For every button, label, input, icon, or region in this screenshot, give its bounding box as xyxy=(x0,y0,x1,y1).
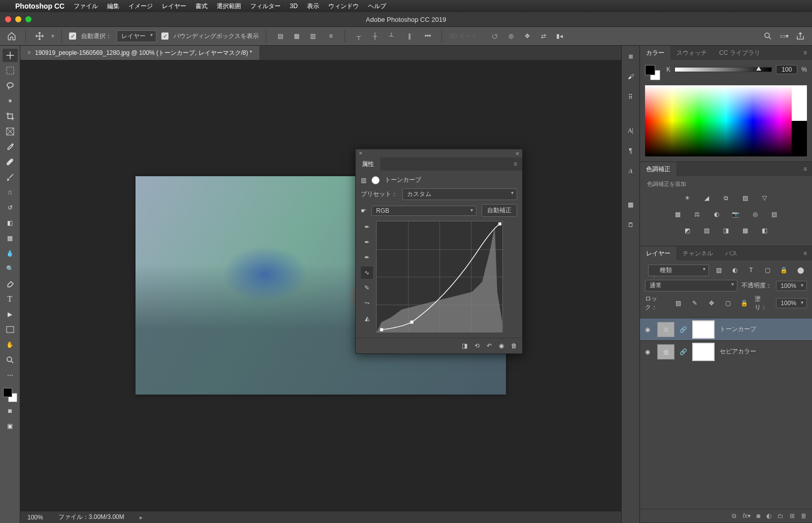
tab-adjustments[interactable]: 色調補正 xyxy=(640,162,676,176)
layer-name[interactable]: セピアカラー xyxy=(720,347,756,356)
healing-brush-tool[interactable]: 🩹 xyxy=(3,155,18,169)
info-panel-icon[interactable]: 🗒 xyxy=(623,218,638,232)
zoom-window-button[interactable] xyxy=(25,16,31,22)
hue-sat-icon[interactable]: ▦ xyxy=(673,209,683,219)
path-selection-tool[interactable]: ▶ xyxy=(3,308,18,321)
menu-edit[interactable]: 編集 xyxy=(107,2,119,11)
move-tool[interactable] xyxy=(3,49,18,62)
new-layer-icon[interactable]: ⊞ xyxy=(790,512,795,519)
smooth-icon[interactable]: ⤳ xyxy=(361,297,373,309)
eyedropper-white-icon[interactable]: ✒ xyxy=(361,251,373,264)
gradient-map-icon[interactable]: ▩ xyxy=(740,225,751,236)
adj-layer-thumb[interactable]: ⧉ xyxy=(657,322,674,337)
color-lookup-icon[interactable]: ▤ xyxy=(769,209,780,219)
workspace-icon[interactable]: ▭▾ xyxy=(777,29,791,43)
libraries-panel-icon[interactable]: ▦ xyxy=(623,198,638,211)
blur-tool[interactable]: 💧 xyxy=(3,247,18,260)
link-icon[interactable]: 🔗 xyxy=(680,348,687,355)
clone-stamp-tool[interactable]: ⎍ xyxy=(3,186,18,199)
menu-help[interactable]: ヘルプ xyxy=(368,2,386,11)
visibility-icon[interactable]: ◉ xyxy=(499,342,504,349)
panel-menu-icon[interactable]: ≡ xyxy=(798,49,812,56)
menu-type[interactable]: 書式 xyxy=(195,2,208,11)
history-brush-tool[interactable]: ↺ xyxy=(3,201,18,214)
fg-color-swatch[interactable] xyxy=(3,388,12,397)
eyedropper-black-icon[interactable]: ✒ xyxy=(361,221,373,233)
target-adjust-icon[interactable]: ☛ xyxy=(361,207,366,214)
vibrance-icon[interactable]: ▽ xyxy=(760,193,770,203)
share-icon[interactable] xyxy=(794,29,807,43)
eyedropper-gray-icon[interactable]: ✒ xyxy=(361,236,373,248)
close-window-button[interactable] xyxy=(5,16,11,22)
auto-button[interactable]: 自動補正 xyxy=(482,204,517,217)
k-slider[interactable] xyxy=(674,67,772,72)
color-swatches[interactable] xyxy=(3,388,17,402)
align-center-h-icon[interactable]: ▦ xyxy=(290,29,303,43)
more-options-icon[interactable]: ••• xyxy=(421,29,434,43)
threshold-icon[interactable]: ◨ xyxy=(721,225,731,236)
panel-menu-icon[interactable]: ≡ xyxy=(798,250,812,257)
rectangle-tool[interactable] xyxy=(3,323,18,336)
properties-tab[interactable]: 属性 xyxy=(356,157,380,171)
lock-all-icon[interactable]: 🔒 xyxy=(738,297,751,310)
bw-icon[interactable]: ◐ xyxy=(712,209,722,219)
paragraph-panel-icon[interactable]: ¶ xyxy=(623,144,638,157)
align-left-icon[interactable]: ▤ xyxy=(274,29,287,43)
show-bbox-checkbox[interactable]: ✓ xyxy=(161,32,168,40)
view-previous-icon[interactable]: ⟲ xyxy=(475,342,480,349)
character-panel-icon[interactable]: A xyxy=(623,165,638,178)
filter-pixel-icon[interactable]: ▧ xyxy=(712,264,725,277)
menu-image[interactable]: イメージ xyxy=(128,2,153,11)
lock-pixels-icon[interactable]: ▨ xyxy=(672,297,685,310)
brightness-icon[interactable]: ☀ xyxy=(683,193,693,203)
filter-toggle-icon[interactable]: ⬤ xyxy=(794,264,807,277)
lock-artboard-icon[interactable]: ▢ xyxy=(722,297,734,310)
magic-wand-tool[interactable]: ✶ xyxy=(3,94,18,108)
tab-cc-libraries[interactable]: CC ライブラリ xyxy=(713,46,766,60)
fg-color[interactable] xyxy=(645,65,655,75)
layer-fx-icon[interactable]: fx▾ xyxy=(742,512,750,519)
lock-move-icon[interactable]: ✥ xyxy=(705,297,718,310)
home-icon[interactable] xyxy=(5,29,18,43)
align-middle-icon[interactable]: ┼ xyxy=(368,29,382,43)
link-icon[interactable]: 🔗 xyxy=(680,326,687,333)
preset-dropdown[interactable]: カスタム xyxy=(402,188,517,200)
quick-mask-icon[interactable]: ◙ xyxy=(3,404,18,417)
levels-icon[interactable]: ◢ xyxy=(702,193,712,203)
zoom-level[interactable]: 100% xyxy=(27,514,43,521)
zoom-tool[interactable] xyxy=(3,353,18,367)
eyedropper-tool[interactable] xyxy=(3,140,18,153)
brushes-panel-icon[interactable]: 🖌 xyxy=(623,70,638,83)
curve-point-icon[interactable]: ∿ xyxy=(361,267,373,279)
photo-filter-icon[interactable]: 📷 xyxy=(731,209,741,219)
channel-dropdown[interactable]: RGB xyxy=(371,206,477,216)
selective-color-icon[interactable]: ◧ xyxy=(760,225,770,236)
clip-to-layer-icon[interactable]: ◨ xyxy=(462,342,467,349)
brush-settings-icon[interactable]: ⠿ xyxy=(623,90,638,104)
histogram-options-icon[interactable]: ◭ xyxy=(361,312,373,324)
layer-mask-icon[interactable]: ◙ xyxy=(757,512,760,519)
filter-type-icon[interactable]: T xyxy=(745,264,758,277)
menu-filter[interactable]: フィルター xyxy=(250,2,281,11)
move-tool-icon[interactable] xyxy=(33,29,46,43)
opacity-dropdown[interactable]: 100% xyxy=(776,281,807,291)
tab-paths[interactable]: パス xyxy=(719,246,743,260)
align-top-icon[interactable]: ┬ xyxy=(352,29,365,43)
link-layers-icon[interactable]: ⧉ xyxy=(732,512,736,519)
posterize-icon[interactable]: ▨ xyxy=(702,225,712,236)
close-tab-icon[interactable]: × xyxy=(27,49,31,56)
type-tool[interactable]: T xyxy=(3,292,18,306)
invert-icon[interactable]: ◩ xyxy=(683,225,693,236)
channel-mixer-icon[interactable]: ◎ xyxy=(750,209,760,219)
status-more-icon[interactable]: ▸ xyxy=(140,514,143,521)
auto-select-dropdown[interactable]: レイヤー xyxy=(117,30,156,42)
hand-tool[interactable]: ✋ xyxy=(3,338,18,351)
filter-shape-icon[interactable]: ▢ xyxy=(761,264,774,277)
align-bottom-icon[interactable]: ┴ xyxy=(385,29,398,43)
fill-dropdown[interactable]: 100% xyxy=(776,298,807,308)
delete-icon[interactable]: 🗑 xyxy=(511,342,517,349)
frame-tool[interactable] xyxy=(3,125,18,138)
distribute-icon[interactable]: ≡ xyxy=(324,29,337,43)
canvas-area[interactable]: ×« 属性 ≡ ▥ トーンカーブ プリセット： カスタム xyxy=(20,60,621,511)
file-size[interactable]: ファイル：3.00M/3.00M xyxy=(58,513,124,521)
